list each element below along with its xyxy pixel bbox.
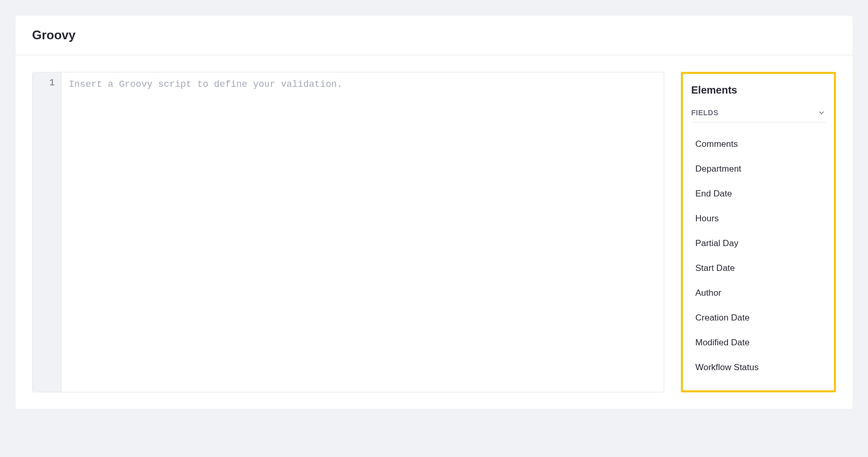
- field-item-comments[interactable]: Comments: [691, 132, 826, 157]
- editor-gutter: 1: [33, 72, 62, 392]
- field-item-workflow-status[interactable]: Workflow Status: [691, 355, 826, 380]
- fields-list: Comments Department End Date Hours Parti…: [691, 132, 826, 380]
- field-item-creation-date[interactable]: Creation Date: [691, 306, 826, 330]
- fields-section-label: FIELDS: [691, 109, 719, 117]
- card-body: 1 Elements FIELDS Comments Department En…: [16, 55, 852, 409]
- line-number: 1: [33, 78, 55, 88]
- code-area: [62, 72, 664, 392]
- groovy-script-input[interactable]: [69, 78, 657, 387]
- field-item-modified-date[interactable]: Modified Date: [691, 330, 826, 355]
- code-editor: 1: [32, 72, 664, 392]
- field-item-hours[interactable]: Hours: [691, 206, 826, 231]
- field-item-author[interactable]: Author: [691, 281, 826, 306]
- groovy-card: Groovy 1 Elements FIELDS Comments Depart…: [16, 16, 852, 409]
- card-header: Groovy: [16, 16, 852, 55]
- chevron-down-icon: [817, 109, 826, 117]
- elements-title: Elements: [691, 84, 826, 96]
- field-item-start-date[interactable]: Start Date: [691, 256, 826, 281]
- field-item-department[interactable]: Department: [691, 157, 826, 181]
- fields-section-header[interactable]: FIELDS: [691, 109, 826, 123]
- field-item-end-date[interactable]: End Date: [691, 181, 826, 206]
- elements-panel: Elements FIELDS Comments Department End …: [681, 72, 836, 392]
- field-item-partial-day[interactable]: Partial Day: [691, 231, 826, 256]
- page-title: Groovy: [32, 28, 836, 42]
